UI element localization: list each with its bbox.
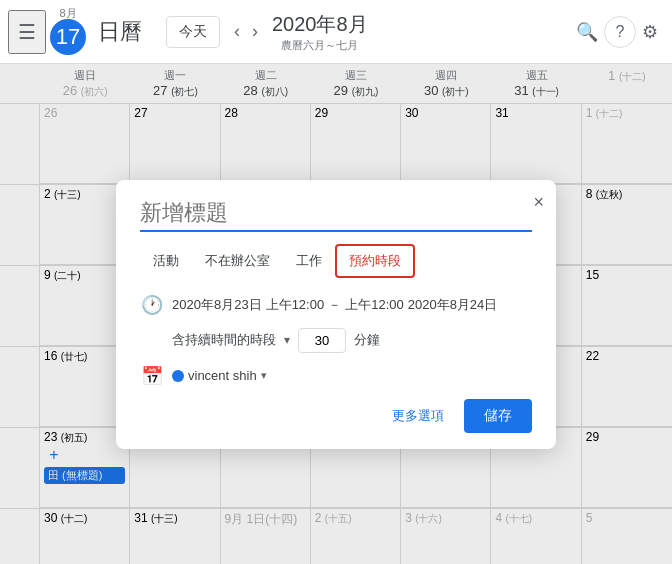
duration-input[interactable]	[298, 328, 346, 353]
today-button[interactable]: 今天	[166, 16, 220, 48]
event-title-input[interactable]	[140, 196, 532, 232]
modal-footer: 更多選項 儲存	[140, 399, 532, 433]
date-end[interactable]: 2020年8月24日	[408, 296, 498, 314]
tab-event[interactable]: 活動	[140, 244, 192, 278]
calendar-row: 📅 vincent shih ▾	[140, 365, 532, 387]
calendar-icon: 📅	[140, 365, 164, 387]
settings-icon[interactable]: ⚙	[636, 15, 664, 49]
date-start[interactable]: 2020年8月23日	[172, 296, 262, 314]
badge-month: 8月	[59, 8, 76, 19]
modal-close-button[interactable]: ×	[533, 192, 544, 213]
modal-tabs: 活動 不在辦公室 工作 預約時段	[140, 244, 532, 278]
menu-icon[interactable]: ☰	[8, 10, 46, 54]
prev-button[interactable]: ‹	[228, 15, 246, 48]
datetime-row: 🕐 2020年8月23日 上午12:00 － 上午12:00 2020年8月24…	[140, 294, 532, 316]
calendar-main: 週日 26 (初六) 週一 27 (初七) 週二 28 (初八) 週三 29 (…	[0, 64, 672, 564]
badge-day: 17	[50, 19, 86, 55]
calendar-color-dot	[172, 370, 184, 382]
save-button[interactable]: 儲存	[464, 399, 532, 433]
duration-label: 含持續時間的時段	[172, 331, 276, 349]
more-options-button[interactable]: 更多選項	[380, 399, 456, 433]
tab-appointment[interactable]: 預約時段	[335, 244, 415, 278]
month-year-main: 2020年8月	[272, 11, 368, 38]
clock-icon: 🕐	[140, 294, 164, 316]
duration-unit: 分鐘	[354, 331, 380, 349]
calendar-content: vincent shih ▾	[172, 368, 267, 383]
tab-task[interactable]: 工作	[283, 244, 335, 278]
app-title: 日曆	[98, 17, 142, 47]
nav-controls: ‹ ›	[228, 15, 264, 48]
time-end[interactable]: 上午12:00	[345, 296, 404, 314]
calendar-name: vincent shih	[188, 368, 257, 383]
event-modal: × 活動 不在辦公室 工作 預約時段 🕐 2020年8月23日 上午12:00 …	[116, 180, 556, 449]
modal-overlay: × 活動 不在辦公室 工作 預約時段 🕐 2020年8月23日 上午12:00 …	[0, 64, 672, 564]
calendar-dropdown-arrow[interactable]: ▾	[261, 369, 267, 382]
search-icon[interactable]: 🔍	[570, 15, 604, 49]
next-button[interactable]: ›	[246, 15, 264, 48]
tab-out-of-office[interactable]: 不在辦公室	[192, 244, 283, 278]
datetime-content: 2020年8月23日 上午12:00 － 上午12:00 2020年8月24日	[172, 296, 497, 314]
month-year-sub: 農曆六月～七月	[272, 38, 368, 53]
app-header: ☰ 8月 17 日曆 今天 ‹ › 2020年8月 農曆六月～七月 🔍 ? ⚙	[0, 0, 672, 64]
duration-row: 含持續時間的時段 ▾ 分鐘	[140, 328, 532, 353]
month-year-display: 2020年8月 農曆六月～七月	[272, 11, 368, 53]
time-dash: －	[328, 296, 341, 314]
duration-dropdown-arrow[interactable]: ▾	[284, 333, 290, 347]
date-badge[interactable]: 8月 17	[50, 8, 86, 55]
help-icon[interactable]: ?	[604, 16, 636, 48]
time-start[interactable]: 上午12:00	[266, 296, 325, 314]
